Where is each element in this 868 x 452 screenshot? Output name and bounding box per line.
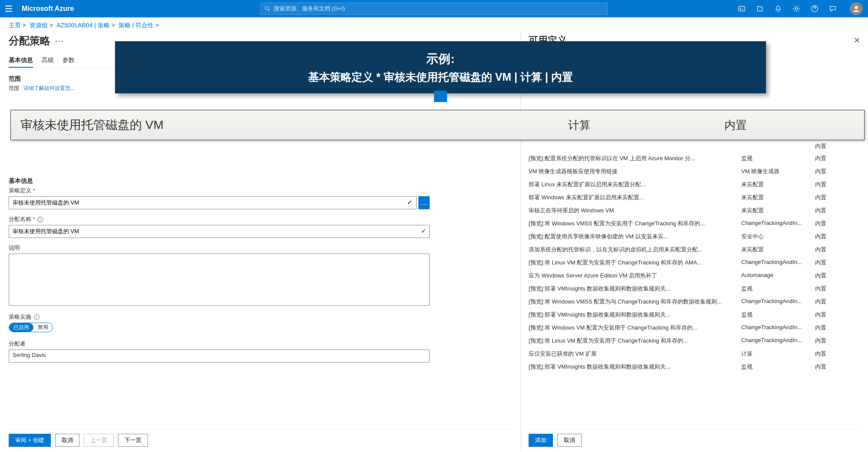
breadcrumb: 主页> 资源组> AZ500LAB04 | 策略> 策略 | 符合性> bbox=[0, 17, 868, 31]
definition-row[interactable]: [预览]:部署 VMInsights 数据收集规则和数据收集规则关...监视内置 bbox=[529, 308, 860, 321]
definition-name: [预览]:配置使用共享映像库映像创建的 VM 以安装来宾... bbox=[529, 233, 741, 241]
definition-category: VM 映像生成器 bbox=[741, 168, 815, 175]
selected-definition-type: 内置 bbox=[724, 118, 855, 133]
definition-row[interactable]: 部署 Linux 来宾配置扩展以启用来宾配置分配...来宾配置内置 bbox=[529, 178, 860, 191]
definition-type: 内置 bbox=[815, 220, 841, 228]
add-button[interactable]: 添加 bbox=[529, 434, 553, 447]
available-definitions-panel: 可用定义 ✕ 类型 内置 [预览]:配置系统分配的托管标识以在 VM 上启用 A… bbox=[521, 31, 868, 451]
enforcement-toggle[interactable]: 已启用 禁用 bbox=[9, 323, 53, 332]
review-create-button[interactable]: 审阅 + 创建 bbox=[9, 434, 51, 447]
azure-top-bar: Microsoft Azure 搜索资源、服务和文档 (G+/) bbox=[0, 0, 868, 17]
cancel-button[interactable]: 取消 bbox=[55, 434, 79, 447]
breadcrumb-rg[interactable]: 资源组 bbox=[30, 22, 48, 29]
info-icon[interactable]: i bbox=[37, 217, 43, 222]
definition-row[interactable]: [预览]:将 Windows VM 配置为安装用于 ChangeTracking… bbox=[529, 321, 860, 334]
brand-name: Microsoft Azure bbox=[22, 5, 74, 13]
breadcrumb-policy[interactable]: 策略 | 符合性 bbox=[118, 22, 154, 29]
next-button[interactable]: 下一页 bbox=[118, 434, 148, 447]
definition-type: 内置 bbox=[815, 155, 841, 162]
definition-name: [预览]:将 Linux VM 配置为安装用于 ChangeTracking 和… bbox=[529, 337, 741, 345]
selected-definition-category: 计算 bbox=[568, 118, 724, 133]
assignment-name-label: 分配名称 i bbox=[9, 215, 512, 223]
scope-learn-more-link[interactable]: 详细了解如何设置范... bbox=[23, 85, 75, 92]
definition-name: VM 映像生成器模板应使用专用链接 bbox=[529, 168, 741, 175]
definition-type: 内置 bbox=[815, 246, 841, 254]
tab-advanced[interactable]: 高级 bbox=[42, 54, 54, 68]
enforcement-disabled[interactable]: 禁用 bbox=[33, 323, 53, 332]
definition-category: 监视 bbox=[741, 155, 815, 162]
enforcement-enabled[interactable]: 已启用 bbox=[9, 323, 33, 332]
definition-type: 内置 bbox=[815, 194, 841, 201]
directories-icon[interactable] bbox=[755, 4, 765, 13]
definition-name: 应为 Windows Server Azure Edition VM 启用热补丁 bbox=[529, 272, 741, 280]
definition-type: 内置 bbox=[815, 259, 841, 267]
svg-point-0 bbox=[265, 7, 269, 10]
definition-row[interactable]: [预览]:将 Linux VM 配置为安装用于 ChangeTracking 和… bbox=[529, 334, 860, 347]
definition-name: [预览]:配置系统分配的托管标识以在 VM 上启用 Azure Monitor … bbox=[529, 155, 741, 162]
definition-category: ChangeTrackingAndIn... bbox=[741, 298, 815, 306]
definition-row[interactable]: 添加系统分配的托管标识，以在无标识的虚拟机上启用来宾配置分配...来宾配置内置 bbox=[529, 243, 860, 256]
definition-row[interactable]: [预览]:配置使用共享映像库映像创建的 VM 以安装来宾...安全中心内置 bbox=[529, 230, 860, 243]
definition-row[interactable]: [预览]:部署 VMInsights 数据收集规则和数据收集规则关...监视内置 bbox=[529, 360, 860, 373]
callout-title: 示例: bbox=[426, 51, 454, 67]
definition-type: 内置 bbox=[815, 285, 841, 293]
definition-row[interactable]: 部署 Windows 来宾配置扩展以启用来宾配置...来宾配置内置 bbox=[529, 191, 860, 204]
close-icon[interactable]: ✕ bbox=[854, 36, 860, 45]
definition-category: ChangeTrackingAndIn... bbox=[741, 220, 815, 228]
definition-category: 来宾配置 bbox=[741, 246, 815, 254]
definition-type: 内置 bbox=[815, 337, 841, 345]
feedback-icon[interactable] bbox=[828, 4, 838, 13]
definition-row[interactable]: [预览]:将 Linux VM 配置为安装用于 ChangeTracking 和… bbox=[529, 256, 860, 269]
tab-parameters[interactable]: 参数 bbox=[62, 54, 75, 68]
definition-category: 监视 bbox=[741, 285, 815, 293]
definition-row[interactable]: 应为 Windows Server Azure Edition VM 启用热补丁… bbox=[529, 269, 860, 282]
definition-row[interactable]: [预览]:配置系统分配的托管标识以在 VM 上启用 Azure Monitor … bbox=[529, 152, 860, 165]
description-textarea[interactable] bbox=[9, 254, 430, 306]
definition-row[interactable]: 应仅安装已获准的 VM 扩展计算内置 bbox=[529, 347, 860, 360]
definition-category: ChangeTrackingAndIn... bbox=[741, 324, 815, 332]
breadcrumb-lab[interactable]: AZ500LAB04 | 策略 bbox=[56, 22, 110, 29]
definition-type: 内置 bbox=[815, 207, 841, 214]
definition-type: 内置 bbox=[815, 168, 841, 175]
breadcrumb-home[interactable]: 主页 bbox=[9, 22, 21, 29]
cloud-shell-icon[interactable] bbox=[737, 4, 746, 13]
definition-row[interactable]: [预览]:将 Windows VMSS 配置为与 ChangeTracking … bbox=[529, 295, 860, 308]
global-search-input[interactable]: 搜索资源、服务和文档 (G+/) bbox=[260, 3, 608, 15]
tab-basics[interactable]: 基本信息 bbox=[9, 54, 33, 68]
definition-type: 内置 bbox=[815, 311, 841, 319]
settings-icon[interactable] bbox=[792, 4, 801, 13]
assignment-name-input[interactable] bbox=[9, 225, 430, 238]
selected-definition-row[interactable]: 审核未使用托管磁盘的 VM 计算 内置 bbox=[10, 110, 865, 140]
definition-row[interactable]: [预览]:将 Windows VMSS 配置为安装用于 ChangeTracki… bbox=[529, 217, 860, 230]
svg-point-3 bbox=[795, 7, 797, 10]
definition-row[interactable]: VM 映像生成器模板应使用专用链接VM 映像生成器内置 bbox=[529, 165, 860, 178]
left-footer: 审阅 + 创建 取消 上一页 下一页 bbox=[9, 429, 512, 447]
menu-icon[interactable] bbox=[5, 3, 16, 14]
definition-type: 内置 bbox=[815, 233, 841, 241]
user-avatar[interactable] bbox=[850, 2, 863, 15]
svg-line-1 bbox=[268, 10, 270, 11]
notifications-icon[interactable] bbox=[773, 4, 783, 13]
definition-name: [预览]:部署 VMInsights 数据收集规则和数据收集规则关... bbox=[529, 311, 741, 319]
definition-row[interactable]: 审核正在等待重启的 Windows VM来宾配置内置 bbox=[529, 204, 860, 217]
definition-name: [预览]:将 Windows VMSS 配置为与 ChangeTracking … bbox=[529, 298, 741, 306]
help-icon[interactable] bbox=[810, 4, 819, 13]
definition-category: 计算 bbox=[741, 350, 815, 358]
more-actions-icon[interactable]: ⋯ bbox=[55, 36, 63, 46]
policy-definition-label: 策略定义 bbox=[9, 187, 512, 195]
page-title: 分配策略 bbox=[9, 34, 50, 48]
policy-definition-input[interactable] bbox=[9, 196, 417, 209]
definition-category: 安全中心 bbox=[741, 233, 815, 241]
svg-rect-2 bbox=[739, 7, 745, 11]
definition-category: 监视 bbox=[741, 311, 815, 319]
definition-name: [预览]:部署 VMInsights 数据收集规则和数据收集规则关... bbox=[529, 363, 741, 371]
definition-type: 内置 bbox=[815, 181, 841, 188]
definitions-table: 类型 内置 [预览]:配置系统分配的托管标识以在 VM 上启用 Azure Mo… bbox=[529, 129, 860, 373]
definition-name: [预览]:部署 VMInsights 数据收集规则和数据收集规则关... bbox=[529, 285, 741, 293]
browse-definition-button[interactable]: … bbox=[418, 196, 430, 209]
first-type-row: 内置 bbox=[529, 141, 860, 152]
info-icon[interactable]: i bbox=[34, 314, 39, 320]
definition-row[interactable]: [预览]:部署 VMInsights 数据收集规则和数据收集规则关...监视内置 bbox=[529, 282, 860, 295]
cancel-definition-button[interactable]: 取消 bbox=[557, 434, 582, 447]
definition-category: 来宾配置 bbox=[741, 207, 815, 214]
